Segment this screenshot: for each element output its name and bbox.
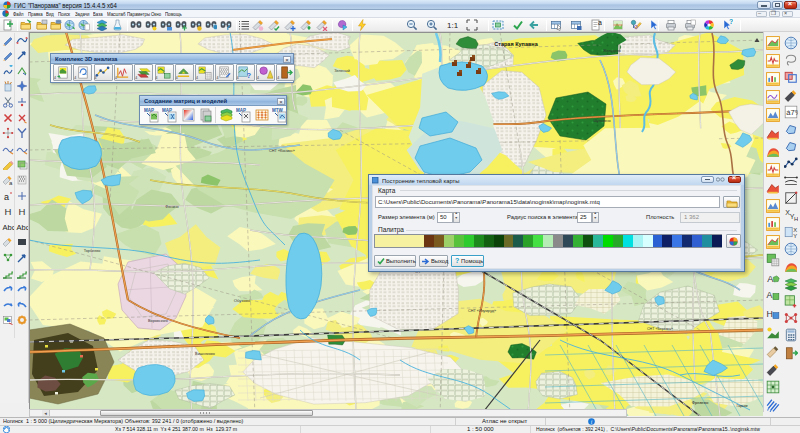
svg-text:a: a	[598, 19, 602, 26]
svg-text:Фрязево: Фрязево	[692, 400, 709, 405]
svg-text:СНТ «Космос»: СНТ «Космос»	[269, 149, 295, 153]
svg-text:á7%: á7%	[786, 108, 798, 117]
svg-text:A: A	[767, 274, 774, 284]
svg-text:?: ?	[729, 19, 733, 25]
svg-text:H: H	[4, 206, 11, 217]
svg-text:A: A	[767, 291, 773, 301]
svg-text:Шульгино: Шульгино	[593, 119, 610, 123]
svg-text:Y: Y	[793, 233, 797, 239]
svg-text:?: ?	[247, 71, 252, 80]
svg-text:Желудево: Желудево	[603, 49, 621, 53]
svg-text:1:1: 1:1	[447, 21, 458, 30]
svg-text:H: H	[794, 216, 798, 222]
svg-text:Обухово: Обухово	[234, 298, 251, 303]
svg-text:H: H	[18, 206, 25, 217]
svg-text:H: H	[767, 309, 773, 319]
svg-text:Горьки: Горьки	[736, 404, 747, 408]
svg-text:Фенино: Фенино	[165, 205, 178, 209]
svg-text:a: a	[9, 180, 13, 186]
svg-text:Воровского: Воровского	[148, 319, 168, 323]
svg-text:Зеленый: Зеленый	[334, 69, 350, 73]
svg-text:Abc: Abc	[2, 223, 14, 232]
svg-text:СНТ «Изумруд»: СНТ «Изумруд»	[468, 309, 496, 313]
svg-text:a: a	[4, 191, 9, 201]
svg-text:Abc: Abc	[16, 223, 28, 232]
svg-text:Вишняково: Вишняково	[195, 352, 215, 356]
svg-text:Старая Купавна: Старая Купавна	[494, 41, 538, 47]
svg-text:СНТ «Березка»: СНТ «Березка»	[647, 327, 673, 331]
svg-text:Торбеево: Торбеево	[84, 249, 101, 253]
